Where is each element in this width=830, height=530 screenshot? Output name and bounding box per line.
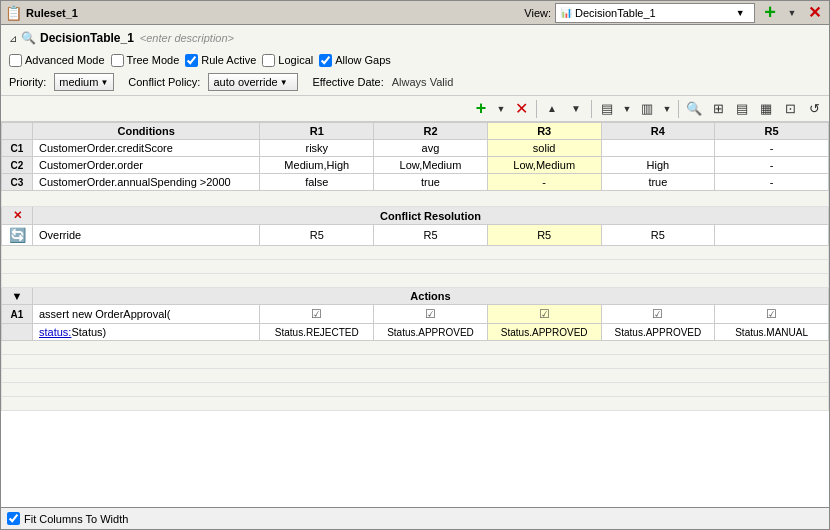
ruleset-title: Ruleset_1	[26, 7, 516, 19]
rules-dropdown[interactable]: ▼	[620, 98, 634, 120]
header-r3: R3	[487, 123, 601, 140]
rule-active-checkbox[interactable]	[185, 54, 198, 67]
action-a1-r2-check[interactable]: ☑	[374, 305, 488, 324]
row-c1-r2[interactable]: avg	[374, 140, 488, 157]
header-r1: R1	[260, 123, 374, 140]
override-r4[interactable]: R5	[601, 225, 715, 246]
view-select-container[interactable]: 📊 DecisionTable_1 ▼	[555, 3, 755, 23]
view-select[interactable]: 📊 DecisionTable_1 ▼	[555, 3, 755, 23]
expand-button[interactable]: ⊞	[707, 98, 729, 120]
spacer-row-5	[2, 341, 829, 355]
action-a1-r4-check[interactable]: ☑	[601, 305, 715, 324]
rule-active-label: Rule Active	[201, 54, 256, 66]
header-conditions: Conditions	[33, 123, 260, 140]
action-a1-name[interactable]: assert new OrderApproval(	[33, 305, 260, 324]
logical-checkbox[interactable]	[262, 54, 275, 67]
delete-row-button[interactable]: ✕	[510, 98, 532, 120]
table-row: C3 CustomerOrder.annualSpending >2000 fa…	[2, 174, 829, 191]
columns-button[interactable]: ▥	[636, 98, 658, 120]
extra-btn-3[interactable]: ↺	[803, 98, 825, 120]
advanced-mode-checkbox[interactable]	[9, 54, 22, 67]
priority-value: medium	[59, 76, 98, 88]
allow-gaps-checkbox[interactable]	[319, 54, 332, 67]
separator-2	[591, 100, 592, 118]
row-c3-r5[interactable]: -	[715, 174, 829, 191]
plus-icon: +	[764, 1, 776, 24]
rules-button[interactable]: ▤	[596, 98, 618, 120]
override-r1[interactable]: R5	[260, 225, 374, 246]
row-c2-r4[interactable]: High	[601, 157, 715, 174]
action-a1-num: A1	[2, 305, 33, 324]
advanced-mode-group: Advanced Mode	[9, 54, 105, 67]
add-button[interactable]: +	[759, 2, 781, 24]
fit-columns-checkbox[interactable]	[7, 512, 20, 525]
override-name[interactable]: Override	[33, 225, 260, 246]
actions-header-row: ▼ Actions	[2, 288, 829, 305]
add-row-dropdown[interactable]: ▼	[494, 98, 508, 120]
row-c2-r5[interactable]: -	[715, 157, 829, 174]
action-a2-r1[interactable]: Status.REJECTED	[260, 324, 374, 341]
row-c3-r3[interactable]: -	[487, 174, 601, 191]
row-c1-r4[interactable]	[601, 140, 715, 157]
extra-btn-1[interactable]: ▦	[755, 98, 777, 120]
row-c2-r2[interactable]: Low,Medium	[374, 157, 488, 174]
options-row: Advanced Mode Tree Mode Rule Active Logi…	[9, 49, 821, 71]
title-bar: 📋 Ruleset_1 View: 📊 DecisionTable_1 ▼ + …	[1, 1, 829, 25]
extra-btn-2[interactable]: ⊡	[779, 98, 801, 120]
action-a2-num	[2, 324, 33, 341]
priority-select[interactable]: medium ▼	[54, 73, 114, 91]
spacer-row-9	[2, 397, 829, 411]
dropdown-arrow[interactable]: ▼	[781, 2, 803, 24]
row-c1-r5[interactable]: -	[715, 140, 829, 157]
row-c1-num: C1	[2, 140, 33, 157]
row-c1-r1[interactable]: risky	[260, 140, 374, 157]
move-down-button[interactable]: ▼	[565, 98, 587, 120]
row-c2-r3[interactable]: Low,Medium	[487, 157, 601, 174]
action-a1-r5-check[interactable]: ☑	[715, 305, 829, 324]
conflict-x-icon: ✕	[2, 207, 33, 225]
conflict-policy-dropdown-icon: ▼	[280, 78, 288, 87]
action-a2-r5[interactable]: Status.MANUAL	[715, 324, 829, 341]
add-row-button[interactable]: +	[470, 98, 492, 120]
dt-desc[interactable]: <enter description>	[140, 32, 234, 44]
delete-button[interactable]: ✕	[803, 2, 825, 24]
action-a2-r4[interactable]: Status.APPROVED	[601, 324, 715, 341]
actions-marker: ▼	[2, 288, 33, 305]
action-a1-r1-check[interactable]: ☑	[260, 305, 374, 324]
title-toolbar: + ▼ ✕	[759, 2, 825, 24]
action-a1-r3-check[interactable]: ☑	[487, 305, 601, 324]
header-r5: R5	[715, 123, 829, 140]
override-r5[interactable]	[715, 225, 829, 246]
status-link[interactable]: status:	[39, 326, 71, 338]
search-button[interactable]: 🔍	[683, 98, 705, 120]
tree-mode-checkbox[interactable]	[111, 54, 124, 67]
row-c3-r2[interactable]: true	[374, 174, 488, 191]
row-c2-r1[interactable]: Medium,High	[260, 157, 374, 174]
table-area[interactable]: Conditions R1 R2 R3 R4 R5 C1 CustomerOrd…	[1, 122, 829, 507]
row-c3-r1[interactable]: false	[260, 174, 374, 191]
row-c1-condition[interactable]: CustomerOrder.creditScore	[33, 140, 260, 157]
rule-active-group: Rule Active	[185, 54, 256, 67]
override-r3[interactable]: R5	[487, 225, 601, 246]
collapse-all-button[interactable]: ▤	[731, 98, 753, 120]
collapse-icon[interactable]: ⊿	[9, 33, 17, 44]
action-a2-name[interactable]: status:Status)	[33, 324, 260, 341]
row-c3-r4[interactable]: true	[601, 174, 715, 191]
conflict-policy-select[interactable]: auto override ▼	[208, 73, 298, 91]
status-type: Status	[71, 326, 102, 338]
move-up-button[interactable]: ▲	[541, 98, 563, 120]
row-c1-r3[interactable]: solid	[487, 140, 601, 157]
chevron-down-icon: ▼	[788, 8, 797, 18]
columns-dropdown[interactable]: ▼	[660, 98, 674, 120]
action-a2-r2[interactable]: Status.APPROVED	[374, 324, 488, 341]
override-r2[interactable]: R5	[374, 225, 488, 246]
advanced-mode-label: Advanced Mode	[25, 54, 105, 66]
separator-1	[536, 100, 537, 118]
row-c2-condition[interactable]: CustomerOrder.order	[33, 157, 260, 174]
action-a2-r3[interactable]: Status.APPROVED	[487, 324, 601, 341]
row-c3-condition[interactable]: CustomerOrder.annualSpending >2000	[33, 174, 260, 191]
view-select-dropdown-icon[interactable]: ▼	[736, 8, 745, 18]
effective-date-value: Always Valid	[392, 76, 454, 88]
override-icon: 🔄	[9, 227, 26, 243]
tree-mode-group: Tree Mode	[111, 54, 180, 67]
